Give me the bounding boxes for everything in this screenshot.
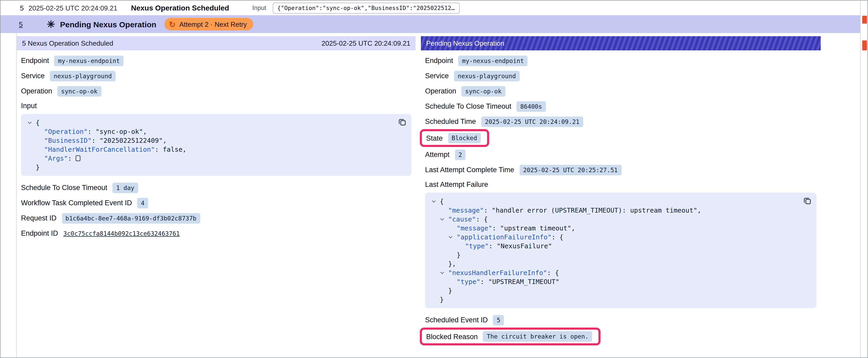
field-label: Schedule To Close Timeout xyxy=(425,102,511,110)
field-inner: Schedule To Close Timeout86400s xyxy=(425,101,546,111)
retry-badge-label: Attempt 2 · Next Retry xyxy=(179,20,247,28)
json-token: { xyxy=(36,119,40,127)
json-token: "upstream timeout" xyxy=(500,224,571,232)
field-inner: Endpoint ID3c0c75ccfa8144b092c13ce632463… xyxy=(21,229,180,237)
json-token: } xyxy=(440,296,444,303)
nexus-asterisk-icon xyxy=(47,20,55,28)
field-label: Service xyxy=(21,72,45,80)
code-line: } xyxy=(431,286,810,295)
field-value-badge: 2025-02-25 UTC 20:25:27.51 xyxy=(519,165,621,175)
field-value-badge: sync-op-ok xyxy=(58,86,101,96)
collapse-chevron-icon[interactable] xyxy=(440,270,444,274)
code-line: "type": "NexusFailure" xyxy=(431,241,810,250)
pending-operation-row[interactable]: 5 Pending Nexus Operation ↻ Attempt 2 · … xyxy=(1,15,860,33)
code-line: "BusinessID": "20250225122409", xyxy=(27,136,405,145)
json-key: "message" xyxy=(457,224,492,232)
pending-fields-bottom: Scheduled Event ID5Blocked ReasonThe cir… xyxy=(421,312,821,346)
pending-event-id-link[interactable]: 5 xyxy=(19,20,23,28)
json-token: , xyxy=(571,224,575,232)
json-key: "type" xyxy=(465,242,489,250)
json-token: : xyxy=(88,128,96,135)
json-key: "type" xyxy=(457,278,480,286)
json-key: "HandlerWaitForCancellation" xyxy=(44,145,155,153)
field-row-endpoint: Endpointmy-nexus-endpoint xyxy=(17,53,415,68)
field-label: Scheduled Time xyxy=(425,118,476,126)
scrollbar-marker[interactable] xyxy=(862,40,867,51)
field-row-schedule-to-close-timeout: Schedule To Close Timeout1 day xyxy=(17,180,415,195)
event-row[interactable]: 5 2025-02-25 UTC 20:24:09.21 Nexus Opera… xyxy=(1,1,860,15)
code-line: "applicationFailureInfo": { xyxy=(431,232,810,241)
field-value-badge: Blocked xyxy=(448,133,481,143)
field-inner: Endpointmy-nexus-endpoint xyxy=(425,55,528,66)
code-line: "cause": { xyxy=(431,215,810,224)
field-inner: Scheduled Event ID5 xyxy=(425,315,504,325)
code-line: "HandlerWaitForCancellation": false, xyxy=(27,145,405,154)
json-token: : xyxy=(92,136,99,144)
field-row-endpoint: Endpointmy-nexus-endpoint xyxy=(421,53,821,68)
code-line: } xyxy=(431,295,810,304)
json-token: : xyxy=(484,206,492,214)
pending-operation-header-title: Pending Nexus Operation xyxy=(426,39,504,47)
json-token: "UPSTREAM_TIMEOUT" xyxy=(488,278,559,286)
empty-array-icon xyxy=(76,155,81,161)
code-line: } xyxy=(431,250,810,259)
field-inner: Servicenexus-playground xyxy=(425,71,520,81)
json-token: , xyxy=(183,145,187,153)
field-value-badge: sync-op-ok xyxy=(462,86,505,96)
field-value-badge: 1 day xyxy=(113,183,138,193)
json-key: "Args" xyxy=(44,154,68,162)
field-inner: Operationsync-op-ok xyxy=(425,86,505,96)
event-detail-header: 5 Nexus Operation Scheduled 2025-02-25 U… xyxy=(17,36,415,51)
collapse-chevron-icon[interactable] xyxy=(432,199,436,203)
field-value-badge: The circuit breaker is open. xyxy=(483,331,592,342)
field-label: Endpoint xyxy=(21,57,49,65)
json-token: { xyxy=(440,197,444,205)
json-token: : { xyxy=(547,269,559,276)
code-line: } xyxy=(27,163,405,172)
json-token: false xyxy=(163,145,183,153)
json-token: "handler error (UPSTREAM_TIMEOUT): upstr… xyxy=(492,206,698,214)
json-token: , xyxy=(143,128,147,135)
field-inner: Schedule To Close Timeout1 day xyxy=(21,183,138,193)
event-input-preview[interactable]: {"Operation":"sync-op-ok","BusinessID":"… xyxy=(273,2,460,13)
json-key: "message" xyxy=(448,206,484,214)
event-input-label: Input xyxy=(252,4,266,11)
json-token: } xyxy=(36,163,40,171)
field-row-scheduled-event-id: Scheduled Event ID5 xyxy=(421,312,821,328)
field-inner: Endpointmy-nexus-endpoint xyxy=(21,55,123,66)
event-detail-header-title: 5 Nexus Operation Scheduled xyxy=(22,39,113,47)
event-id[interactable]: 5 xyxy=(20,4,24,12)
field-label: Blocked Reason xyxy=(426,332,478,340)
field-row-request-id: Request IDb1c6a4bc-8ee7-468a-9169-df3b02… xyxy=(17,210,415,226)
code-line: }, xyxy=(431,259,810,268)
field-value-badge: 86400s xyxy=(517,101,546,111)
field-value-badge: 4 xyxy=(137,198,148,208)
pending-fields-top: Endpointmy-nexus-endpointServicenexus-pl… xyxy=(421,53,821,177)
collapse-chevron-icon[interactable] xyxy=(449,235,453,238)
code-line: "nexusHandlerFailureInfo": { xyxy=(431,268,810,277)
field-row-attempt: Attempt2 xyxy=(421,147,821,162)
json-token: : { xyxy=(476,215,488,223)
field-value-badge: my-nexus-endpoint xyxy=(54,55,123,66)
code-line: "message": "handler error (UPSTREAM_TIME… xyxy=(431,206,810,215)
event-detail-panel: 5 Nexus Operation Scheduled 2025-02-25 U… xyxy=(17,36,415,241)
temporal-event-history-view: 5 2025-02-25 UTC 20:24:09.21 Nexus Opera… xyxy=(0,0,868,358)
json-token: : xyxy=(155,145,163,153)
json-token: "NexusFailure" xyxy=(497,242,552,250)
json-token: } xyxy=(448,287,452,294)
pending-operation-title: Pending Nexus Operation xyxy=(60,20,156,29)
json-token: }, xyxy=(448,260,456,268)
json-key: "applicationFailureInfo" xyxy=(457,233,552,241)
event-detail-header-timestamp: 2025-02-25 UTC 20:24:09.21 xyxy=(321,39,410,47)
field-value-link[interactable]: 3c0c75ccfa8144b092c13ce632463761 xyxy=(63,230,180,237)
collapse-chevron-icon[interactable] xyxy=(28,120,32,124)
field-label: Request ID xyxy=(21,214,57,222)
code-line: "type": "UPSTREAM_TIMEOUT" xyxy=(431,277,810,286)
field-label: Workflow Task Completed Event ID xyxy=(21,199,132,207)
scrollbar-marker[interactable] xyxy=(862,16,867,24)
code-line: "message": "upstream timeout", xyxy=(431,224,810,232)
field-inner: Operationsync-op-ok xyxy=(21,86,101,96)
collapse-chevron-icon[interactable] xyxy=(440,217,444,221)
field-inner: Attempt2 xyxy=(425,149,466,160)
field-row-operation: Operationsync-op-ok xyxy=(17,84,415,99)
